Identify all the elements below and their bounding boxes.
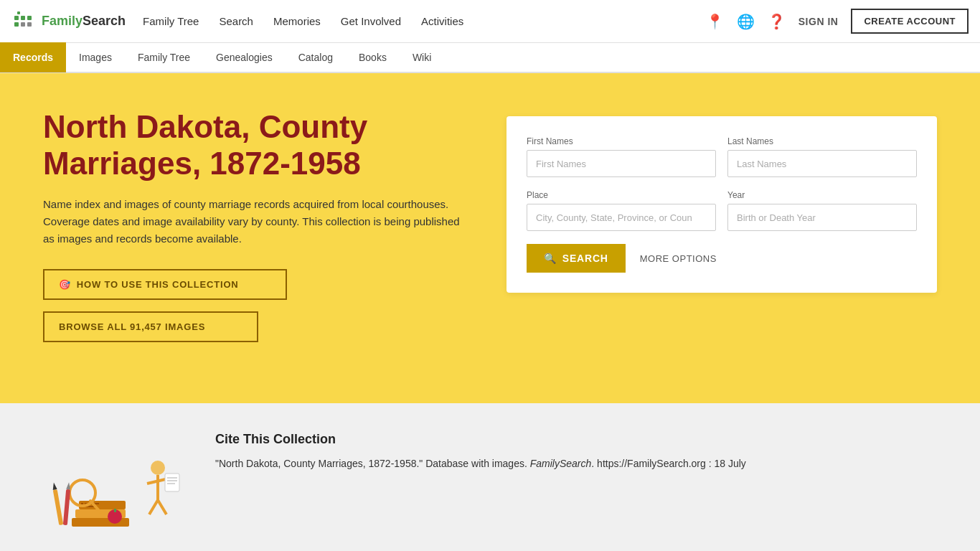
browse-label: BROWSE ALL 91,457 IMAGES	[59, 321, 205, 332]
search-card: First Names Last Names Place Year 🔍 SEAR…	[507, 116, 937, 293]
svg-marker-28	[52, 482, 57, 490]
help-icon[interactable]: ❓	[768, 13, 786, 30]
browse-images-button[interactable]: BROWSE ALL 91,457 IMAGES	[43, 311, 258, 342]
place-year-row: Place Year	[527, 190, 917, 231]
top-navigation: FamilySearch Family Tree Search Memories…	[0, 0, 980, 43]
tab-wiki[interactable]: Wiki	[400, 42, 444, 72]
nav-get-involved[interactable]: Get Involved	[341, 15, 401, 27]
last-names-label: Last Names	[727, 136, 917, 146]
nav-right-area: 📍 🌐 ❓ SIGN IN CREATE ACCOUNT	[706, 9, 969, 34]
svg-line-21	[149, 500, 158, 514]
location-icon[interactable]: 📍	[706, 13, 724, 30]
tab-books[interactable]: Books	[346, 42, 400, 72]
year-group: Year	[727, 190, 917, 231]
how-to-use-button[interactable]: 🎯 HOW TO USE THIS COLLECTION	[43, 269, 287, 300]
illustration-svg	[43, 432, 187, 547]
svg-rect-3	[27, 16, 32, 20]
name-row: First Names Last Names	[527, 136, 917, 177]
svg-rect-4	[14, 22, 19, 27]
collection-description: Name index and images of county marriage…	[43, 196, 463, 248]
search-button[interactable]: 🔍 SEARCH	[527, 244, 626, 273]
svg-rect-1	[14, 16, 19, 20]
secondary-navigation: Records Images Family Tree Genealogies C…	[0, 43, 980, 73]
svg-rect-6	[27, 22, 32, 27]
svg-rect-27	[53, 489, 64, 525]
place-label: Place	[527, 190, 716, 200]
svg-rect-15	[114, 509, 116, 512]
tab-catalog[interactable]: Catalog	[286, 42, 346, 72]
search-actions: 🔍 SEARCH MORE OPTIONS	[527, 244, 917, 273]
tab-family-tree[interactable]: Family Tree	[125, 42, 203, 72]
first-names-input[interactable]	[527, 150, 716, 177]
logo-text: FamilySearch	[42, 14, 126, 29]
hero-section: North Dakota, County Marriages, 1872-195…	[0, 73, 980, 403]
search-icon: 🔍	[544, 253, 557, 264]
first-names-label: First Names	[527, 136, 716, 146]
search-btn-label: SEARCH	[562, 253, 608, 264]
last-names-group: Last Names	[727, 136, 917, 177]
language-icon[interactable]: 🌐	[737, 13, 755, 30]
place-input[interactable]	[527, 204, 716, 231]
svg-rect-5	[21, 22, 25, 27]
nav-family-tree[interactable]: Family Tree	[143, 15, 199, 27]
sign-in-link[interactable]: SIGN IN	[798, 16, 839, 27]
more-options-link[interactable]: MORE OPTIONS	[640, 253, 717, 264]
year-input[interactable]	[727, 204, 917, 231]
hero-content-left: North Dakota, County Marriages, 1872-195…	[43, 109, 463, 342]
nav-activities[interactable]: Activities	[421, 15, 463, 27]
svg-rect-0	[11, 9, 37, 34]
cite-title: Cite This Collection	[215, 432, 937, 447]
svg-rect-23	[165, 474, 179, 491]
cite-text: "North Dakota, County Marriages, 1872-19…	[215, 456, 937, 473]
svg-rect-2	[21, 16, 25, 20]
cite-section: Cite This Collection "North Dakota, Coun…	[215, 432, 937, 473]
svg-line-22	[158, 500, 166, 514]
how-to-use-label: HOW TO USE THIS COLLECTION	[77, 279, 239, 290]
tab-images[interactable]: Images	[66, 42, 125, 72]
create-account-button[interactable]: CREATE ACCOUNT	[851, 9, 969, 34]
logo-link[interactable]: FamilySearch	[11, 9, 126, 34]
last-names-input[interactable]	[727, 150, 917, 177]
compass-icon: 🎯	[59, 279, 71, 290]
tab-records[interactable]: Records	[0, 42, 66, 72]
collection-title: North Dakota, County Marriages, 1872-195…	[43, 109, 463, 182]
year-label: Year	[727, 190, 917, 200]
bottom-section: Cite This Collection "North Dakota, Coun…	[0, 403, 980, 551]
place-group: Place	[527, 190, 716, 231]
nav-memories[interactable]: Memories	[273, 15, 321, 27]
main-nav-links: Family Tree Search Memories Get Involved…	[143, 15, 706, 27]
nav-search[interactable]: Search	[219, 15, 253, 27]
familysearch-logo-icon	[11, 9, 37, 34]
first-names-group: First Names	[527, 136, 716, 177]
svg-rect-29	[63, 489, 70, 525]
svg-rect-7	[17, 11, 20, 14]
illustration-area	[43, 432, 187, 547]
svg-point-18	[151, 461, 165, 475]
tab-genealogies[interactable]: Genealogies	[203, 42, 286, 72]
